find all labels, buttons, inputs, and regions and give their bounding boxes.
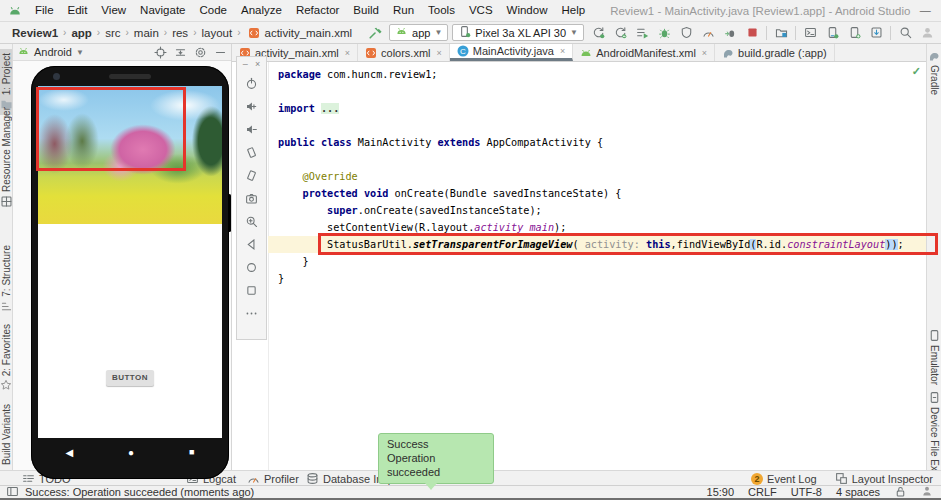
line-separator[interactable]: CRLF xyxy=(748,486,777,498)
nav-home-icon[interactable]: ● xyxy=(128,447,134,458)
power-icon[interactable] xyxy=(237,72,266,95)
attach-debugger-icon[interactable] xyxy=(720,24,740,42)
toolwindow-label: Profiler xyxy=(264,473,299,485)
rotate-right-icon[interactable] xyxy=(237,164,266,187)
readonly-lock-icon[interactable] xyxy=(894,485,907,500)
menu-build[interactable]: Build xyxy=(346,0,386,21)
menu-help[interactable]: Help xyxy=(554,0,592,21)
app-button[interactable]: BUTTON xyxy=(106,370,154,386)
breadcrumb-item[interactable]: activity_main.xml xyxy=(263,27,355,39)
tab-close-icon[interactable]: × xyxy=(437,48,442,58)
highlighting-level-icon[interactable] xyxy=(921,485,933,499)
menu-view[interactable]: View xyxy=(94,0,133,21)
screenshot-icon[interactable] xyxy=(237,187,266,210)
zoom-icon[interactable] xyxy=(237,210,266,233)
toolbar-actions: app ▼ Pixel 3a XL API 30 ▼ xyxy=(365,24,941,42)
volume-up-icon[interactable] xyxy=(237,95,266,118)
device-select[interactable]: Pixel 3a XL API 30 ▼ xyxy=(452,24,584,41)
highlighting-level-icon xyxy=(921,485,933,497)
editor-tab-build-gradle-app-[interactable]: build.gradle (:app) xyxy=(715,44,835,61)
stop-icon[interactable] xyxy=(742,24,762,42)
minimize-button[interactable]: — xyxy=(910,0,940,21)
more-icon[interactable] xyxy=(237,302,266,325)
tool-strip--project[interactable]: 1: Project xyxy=(0,49,12,115)
code-editor[interactable]: package com.huncm.review1; import ... pu… xyxy=(232,62,926,470)
nav-overview-icon[interactable]: ■ xyxy=(189,447,194,457)
editor-tab-mainactivity-java[interactable]: CMainActivity.java× xyxy=(450,44,573,61)
tool-strip--structure[interactable]: 7: Structure xyxy=(0,245,12,313)
emulator-minimize-button[interactable]: – xyxy=(243,59,248,69)
editor-tabs: activity_main.xml×colors.xml×CMainActivi… xyxy=(232,44,926,62)
menu-file[interactable]: File xyxy=(28,0,61,21)
caret-position[interactable]: 15:90 xyxy=(707,486,735,498)
menu-code[interactable]: Code xyxy=(192,0,234,21)
tool-strip--favorites[interactable]: 2: Favorites xyxy=(0,324,12,391)
profile-avatar-icon[interactable] xyxy=(917,24,937,42)
toolwindow-button-event-log[interactable]: 2Event Log xyxy=(751,473,817,485)
rotate-left-icon[interactable] xyxy=(237,141,266,164)
device-manager-icon[interactable] xyxy=(844,24,864,42)
menu-edit[interactable]: Edit xyxy=(61,0,95,21)
toolwindow-button-layout-inspector[interactable]: Layout Inspector xyxy=(835,472,933,485)
code-line-13: } xyxy=(268,270,926,287)
nav-back-icon[interactable]: ◀ xyxy=(65,447,73,458)
debug-icon[interactable] xyxy=(654,24,674,42)
editor-tab-colors-xml[interactable]: colors.xml× xyxy=(358,44,450,61)
project-view-selector[interactable]: Android xyxy=(34,46,72,58)
menu-run[interactable]: Run xyxy=(386,0,421,21)
volume-down-icon[interactable] xyxy=(237,118,266,141)
menu-tools[interactable]: Tools xyxy=(421,0,462,21)
svg-text:C: C xyxy=(460,47,466,56)
code-line-9: super.onCreate(savedInstanceState); xyxy=(268,202,926,219)
search-icon[interactable] xyxy=(895,24,915,42)
breadcrumb-item[interactable]: Review1 xyxy=(10,27,60,39)
indent-setting[interactable]: 4 spaces xyxy=(836,486,880,498)
menu-window[interactable]: Window xyxy=(500,0,555,21)
tool-strip-resource-manager[interactable]: Resource Manager xyxy=(0,107,12,208)
breadcrumb-item[interactable]: app xyxy=(69,27,93,39)
phone-speaker xyxy=(109,74,151,79)
settings-icon[interactable] xyxy=(194,46,207,59)
overview-icon[interactable] xyxy=(237,279,266,302)
breadcrumb-item[interactable]: main xyxy=(132,27,161,39)
avd-manager-icon[interactable] xyxy=(822,24,842,42)
chevron-down-icon: ▼ xyxy=(76,48,84,57)
tool-strip-gradle[interactable]: Gradle xyxy=(927,50,941,95)
editor-tab-androidmanifest-xml[interactable]: AndroidManifest.xml× xyxy=(573,44,715,61)
emulator-close-button[interactable]: × xyxy=(255,59,260,69)
sync-project-icon[interactable] xyxy=(771,24,791,42)
tool-strip-emulator[interactable]: Emulator xyxy=(927,329,941,385)
file-encoding[interactable]: UTF-8 xyxy=(791,486,822,498)
menu-vcs[interactable]: VCS xyxy=(462,0,500,21)
device-phone-icon xyxy=(458,25,471,40)
collapse-all-icon[interactable] xyxy=(174,46,187,59)
back-icon[interactable] xyxy=(237,233,266,256)
run-coverage-icon[interactable] xyxy=(676,24,696,42)
code-line-8: protected void onCreate(Bundle savedInst… xyxy=(268,185,926,202)
menu-navigate[interactable]: Navigate xyxy=(133,0,192,21)
logcat-terminal-icon[interactable] xyxy=(800,24,820,42)
tab-close-icon[interactable]: × xyxy=(702,48,707,58)
hide-panel-icon[interactable] xyxy=(214,46,227,59)
apply-changes-icon[interactable] xyxy=(588,24,608,42)
tab-close-icon[interactable]: × xyxy=(560,46,565,56)
menu-refactor[interactable]: Refactor xyxy=(289,0,346,21)
toolwindow-label: Layout Inspector xyxy=(852,473,933,485)
build-hammer-icon[interactable] xyxy=(365,24,385,42)
sdk-manager-icon[interactable] xyxy=(866,24,886,42)
profiler-icon[interactable] xyxy=(698,24,718,42)
code-line-2 xyxy=(268,83,926,100)
run-icon[interactable] xyxy=(632,24,652,42)
run-configuration-select[interactable]: app ▼ xyxy=(389,24,448,41)
home-icon[interactable] xyxy=(237,256,266,279)
breadcrumb-item[interactable]: res xyxy=(170,27,190,39)
breadcrumb-item[interactable]: layout xyxy=(199,27,234,39)
phone-screen[interactable]: BUTTON xyxy=(38,86,222,438)
toolwindow-toggle-icon[interactable] xyxy=(6,485,19,500)
locate-icon[interactable] xyxy=(154,46,167,59)
tab-close-icon[interactable]: × xyxy=(345,48,350,58)
menu-analyze[interactable]: Analyze xyxy=(234,0,289,21)
apply-code-changes-icon[interactable] xyxy=(610,24,630,42)
breadcrumb-item[interactable]: src xyxy=(103,27,122,39)
toolwindow-button-profiler[interactable]: Profiler xyxy=(247,471,299,486)
